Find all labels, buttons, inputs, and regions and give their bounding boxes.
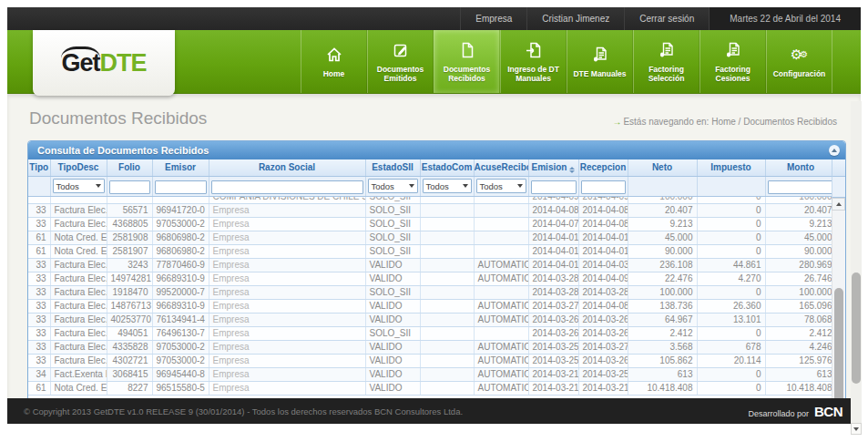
table-row[interactable]: 33Factura Elec.324377870460-9EmpresaVALI… [28,258,836,272]
cell-tipo: 33 [28,258,50,272]
nav-item-configuracion[interactable]: ⚙⚙ Configuración [766,30,832,93]
cell-tipo: 33 [28,217,50,231]
filter-tipodesc-select[interactable]: Todos [53,179,105,193]
cell-acuserecibo [474,217,528,231]
column-header-recepcion[interactable]: Recepcion [578,159,628,176]
filter-acuserecibo-select[interactable]: Todos [476,179,526,193]
cell-estadocom [420,203,474,217]
column-header-emisor[interactable]: Emisor [152,159,209,176]
cell-recepcion: 2014-04-09 [578,272,628,285]
cell-estadocom [420,196,474,203]
nav-item-dte-manuales[interactable]: DTE Manuales [567,30,633,93]
filter-cell-folio [107,176,152,196]
nav-item-factoring-seleccion[interactable]: Factoring Selección [633,30,700,93]
table-row[interactable]: 34Fact.Exenta Elec306841596945440-8Empre… [28,367,836,381]
cell-impuesto: 20.114 [697,354,765,367]
filter-monto-input[interactable] [768,180,834,194]
column-header-estadocom[interactable]: EstadoCom [420,159,474,176]
filter-estadocom-select[interactable]: Todos [423,179,472,193]
table-row[interactable]: 33Factura Elec.1487671396689310-9Empresa… [28,299,836,313]
cell-neto: 45.000 [628,231,697,244]
collapse-panel-button[interactable] [829,145,840,156]
filter-emisor-input[interactable] [155,180,207,194]
table-row[interactable]: 61Nota Cred. Elec258190896806980-2Empres… [28,231,836,244]
topbar-company-link[interactable]: Empresa [460,7,526,30]
nav-item-home[interactable]: Home [301,30,367,93]
filter-recepcion-input[interactable] [581,180,626,194]
topbar-user-link[interactable]: Cristian Jimenez [526,7,624,30]
table-scrollbar-track[interactable] [832,211,845,398]
nav-item-ingreso-dt-manuales[interactable]: Ingreso de DT Manuales [500,30,567,93]
table-row[interactable]: 61Nota Cred. Elec258190796806980-2Empres… [28,244,836,258]
cell-razon-social: Empresa [209,244,365,258]
document-icon [456,40,478,60]
column-header-emision[interactable]: Emision [528,159,578,176]
column-header-acuserecibo[interactable]: AcuseRecibo [474,159,528,176]
cell-neto: 22.476 [628,272,697,285]
cell-tipo: 61 [28,231,50,244]
cell-monto: 100.000 [765,285,836,299]
table-row[interactable]: 33Factura Elec.49405176496130-7EmpresaSO… [28,326,836,340]
cell-tipodesc: Fact.Exenta Elec [50,367,107,381]
nav-item-factoring-cesiones[interactable]: Factoring Cesiones [700,30,766,93]
filter-emision-input[interactable] [531,180,577,194]
main-menu: Home Documentos Emitidos Documentos Reci… [301,30,832,93]
table-scrollbar-thumb[interactable] [834,288,843,398]
cell-acuserecibo [474,196,528,203]
filter-folio-input[interactable] [109,180,150,194]
cell-razon-social: Empresa [209,217,365,231]
column-header-estadosii[interactable]: EstadoSII [365,159,420,176]
column-header-tipodesc[interactable]: TipoDesc [50,159,107,176]
table-row[interactable]: 33Factura Elec.433582897053000-2EmpresaV… [28,340,836,354]
cell-impuesto: 0 [697,381,765,395]
cell-tipodesc: Factura Elec. [50,313,107,326]
page-scrollbar[interactable] [851,101,862,435]
column-header-monto[interactable]: Monto [765,159,836,176]
cell-tipodesc: Nota Cred. Elec [50,244,107,258]
topbar: Empresa Cristian Jimenez Cerrar sesión M… [7,7,861,30]
nav-item-label: Documentos Recibidos [434,65,499,83]
cell-emision: 2014-04-08 [528,203,578,217]
cell-emisor: 96515580-5 [152,381,209,395]
page-scrollbar-thumb[interactable] [852,272,861,384]
table-row[interactable]: 61Nota Cred. Elec822796515580-5EmpresaVA… [28,381,836,395]
cell-folio: 40253770 [107,313,152,326]
table-row-clipped[interactable]: COMPAÑIA DIVISIONES DE CHILE SASOLO_SII2… [28,196,836,203]
page-scroll-down-button[interactable] [851,423,862,435]
filter-razon-social-input[interactable] [211,180,363,194]
cell-neto: 2.412 [628,326,697,340]
table-row[interactable]: 33Factura Elec.4025377076134941-4Empresa… [28,313,836,326]
cell-recepcion: 2014-04-01 [578,231,628,244]
logo[interactable]: GetDTE [33,30,175,96]
column-header-tipo[interactable]: Tipo [28,159,50,176]
cell-tipo: 33 [28,299,50,313]
table-row[interactable]: 33Factura Elec.436880597053000-2EmpresaS… [28,217,836,231]
cell-impuesto: 0 [697,326,765,340]
table-scroll-up-button[interactable] [832,198,845,211]
topbar-logout-link[interactable]: Cerrar sesión [624,7,709,30]
cell-estadosii: VALIDO [365,381,420,395]
sort-icon[interactable] [569,167,575,173]
table-row[interactable]: 33Factura Elec.430272197053000-2EmpresaV… [28,354,836,367]
nav-item-documentos-recibidos[interactable]: Documentos Recibidos [434,30,500,93]
table-row[interactable]: 33Factura Elec.191847099520000-7EmpresaS… [28,285,836,299]
cell-emisor: 96806980-2 [152,244,209,258]
cell-recepcion: 2014-03-26 [578,313,628,326]
column-header-neto[interactable]: Neto [628,159,697,176]
filter-estadosii-select[interactable]: Todos [368,179,418,193]
cell-estadosii: VALIDO [365,299,420,313]
cell-acuserecibo: AUTOMATICO [474,354,528,367]
nav-item-documentos-emitidos[interactable]: Documentos Emitidos [367,30,434,93]
column-header-impuesto[interactable]: Impuesto [697,159,765,176]
cell-neto: 138.736 [628,299,697,313]
cell-estadocom [420,340,474,354]
column-header-razon-social[interactable]: Razon Social [209,159,365,176]
column-header-folio[interactable]: Folio [107,159,152,176]
table-row[interactable]: 33Factura Elec.1497428196689310-9Empresa… [28,272,836,285]
table-row[interactable]: 33Factura Elec.5657196941720-0EmpresaSOL… [28,203,836,217]
cell-razon-social: COMPAÑIA DIVISIONES DE CHILE SA [209,196,365,203]
table-scrollbar[interactable] [832,159,845,398]
nav-item-label: Factoring Cesiones [700,65,765,83]
document-edit-icon [390,40,412,60]
cell-emisor: 77870460-9 [152,258,209,272]
